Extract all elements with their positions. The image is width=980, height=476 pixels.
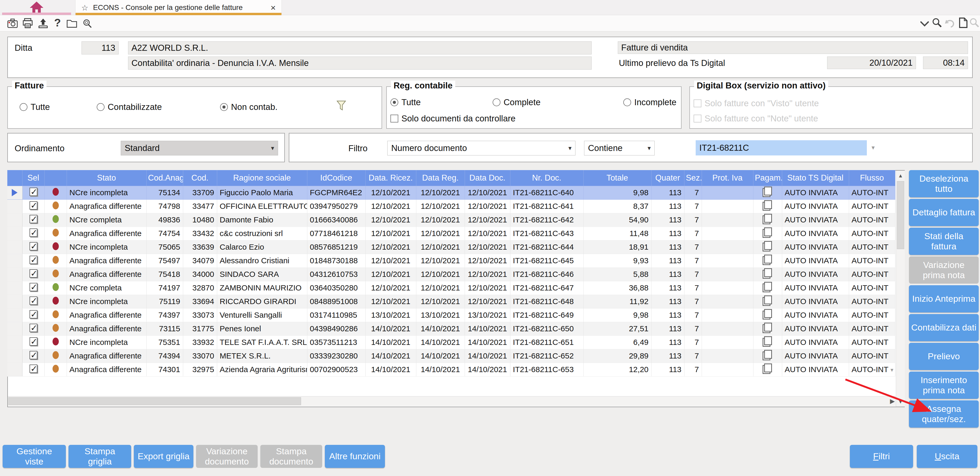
cell-sel[interactable] — [22, 254, 45, 267]
table-row[interactable]: NCre incompleta7511933694RICCARDO GIRARD… — [7, 295, 895, 308]
side-button-stati-della-fattura[interactable]: Stati della fattura — [909, 228, 979, 255]
table-row[interactable]: NCre incompleta7506533639Calarco Ezio085… — [7, 240, 895, 254]
row-checkbox[interactable] — [30, 364, 37, 373]
radio-icon[interactable] — [493, 98, 500, 106]
radio-fatture-contabilizzate[interactable]: Contabilizzate — [97, 102, 162, 112]
chevron-down-icon[interactable]: ▾ — [648, 144, 651, 152]
table-row[interactable]: Anagrafica differente7541834000SINDACO S… — [7, 267, 895, 281]
cell-sel[interactable] — [22, 335, 45, 349]
table-row[interactable]: NCre completa7419732870ZAMBONIN MAURIZIO… — [7, 281, 895, 295]
side-button-dettaglio-fattura[interactable]: Dettaglio fattura — [909, 199, 979, 226]
horizontal-scrollbar[interactable]: ▶ — [8, 396, 896, 406]
bottom-button-altre-funzioni[interactable]: Altre funzioni — [325, 445, 385, 468]
radio-fatture-tutte[interactable]: Tutte — [20, 102, 50, 112]
table-row[interactable]: Anagrafica differente7439733073Venturell… — [7, 308, 895, 322]
column-header-ragione_sociale[interactable]: Ragione sociale — [217, 170, 307, 186]
filtro-field-select[interactable]: Numero documento ▾ — [387, 141, 576, 155]
side-button-contabilizza-dati[interactable]: Contabilizza dati — [909, 314, 979, 341]
camera-icon[interactable] — [7, 18, 18, 29]
print-icon[interactable] — [22, 18, 33, 29]
row-checkbox[interactable] — [30, 351, 37, 359]
cell-sel[interactable] — [22, 267, 45, 281]
column-header-id_codice[interactable]: IdCodice — [307, 170, 365, 186]
side-button-deseleziona-tutto[interactable]: Deseleziona tutto — [909, 170, 979, 197]
row-checkbox[interactable] — [30, 256, 37, 264]
cell-sel[interactable] — [22, 200, 45, 213]
chevron-down-icon[interactable]: ▾ — [568, 144, 571, 152]
vertical-scroll-thumb[interactable] — [897, 181, 904, 249]
side-button-inserimento-prima-nota[interactable]: Inserimento prima nota — [909, 372, 979, 399]
cell-sel[interactable] — [22, 322, 45, 335]
preview-search-icon[interactable] — [82, 18, 92, 29]
row-checkbox[interactable] — [30, 188, 37, 196]
row-checkbox[interactable] — [30, 201, 37, 209]
radio-icon[interactable] — [390, 98, 398, 106]
column-header-cod_ana[interactable]: Cod.Anag — [146, 170, 183, 186]
table-row[interactable]: NCre incompleta7535133932TELE SAT F.I.A.… — [7, 335, 895, 349]
bottom-button-gestione-viste[interactable]: Gestione viste — [3, 445, 66, 468]
favorite-star-icon[interactable]: ☆ — [81, 3, 88, 12]
tab-econs[interactable]: ☆ ECONS - Console per la gestione delle … — [75, 0, 282, 15]
column-header-totale[interactable]: Totale — [583, 170, 651, 186]
bottom-button-stampa-griglia[interactable]: Stampa griglia — [68, 445, 131, 468]
filter-funnel-icon[interactable] — [337, 101, 346, 111]
radio-fatture-non-contab[interactable]: Non contab. — [220, 102, 278, 112]
cell-sel[interactable] — [22, 308, 45, 322]
cell-sel[interactable] — [22, 295, 45, 308]
cell-sel[interactable] — [22, 227, 45, 240]
row-checkbox[interactable] — [30, 242, 37, 251]
horizontal-scroll-thumb[interactable] — [8, 397, 301, 405]
filtro-value-input[interactable]: IT21-68211C — [696, 140, 867, 155]
row-checkbox[interactable] — [30, 337, 37, 346]
ditta-code-field[interactable]: 113 — [81, 42, 119, 54]
column-header-cod[interactable]: Cod. — [183, 170, 217, 186]
folder-icon[interactable] — [67, 18, 77, 29]
table-row[interactable]: Anagrafica differente7430132975Azienda A… — [7, 363, 895, 376]
table-row[interactable]: NCre incompleta7513433709Figuccio Paolo … — [7, 186, 895, 200]
radio-reg-incomplete[interactable]: Incomplete — [623, 97, 676, 107]
column-header-data_reg[interactable]: Data Reg. — [416, 170, 465, 186]
row-checkbox[interactable] — [30, 269, 37, 278]
chevron-down-icon[interactable]: ▾ — [271, 144, 274, 152]
column-header-sez[interactable]: Sez. — [684, 170, 702, 186]
cell-sel[interactable] — [22, 349, 45, 363]
filtro-value-dropdown-icon[interactable]: ▾ — [872, 144, 875, 151]
scroll-right-icon[interactable]: ▶ — [890, 398, 895, 405]
tab-close-icon[interactable]: × — [270, 3, 276, 12]
radio-icon[interactable] — [623, 98, 631, 106]
radio-icon[interactable] — [97, 103, 105, 111]
column-header-indicator[interactable] — [7, 170, 22, 186]
table-row[interactable]: Anagrafica differente7475433432c&c costr… — [7, 227, 895, 240]
row-checkbox[interactable] — [30, 324, 37, 332]
cell-dropdown-icon[interactable]: ▾ — [890, 367, 893, 374]
column-header-pagam[interactable]: Pagam. — [753, 170, 782, 186]
column-header-data_ricez[interactable]: Data. Ricez. — [365, 170, 416, 186]
table-row[interactable]: Anagrafica differente7439433070METEX S.R… — [7, 349, 895, 363]
column-header-stato_ts[interactable]: Stato TS Digital — [782, 170, 849, 186]
filtro-operator-select[interactable]: Contiene ▾ — [584, 141, 655, 155]
column-header-quater[interactable]: Quater — [651, 170, 684, 186]
upload-icon[interactable] — [38, 18, 48, 29]
side-button-assegna-quater-sez[interactable]: Assegna quater/sez. — [909, 400, 979, 428]
column-header-sel[interactable]: Sel — [22, 170, 45, 186]
column-header-nr_doc[interactable]: Nr. Doc. — [510, 170, 583, 186]
radio-icon[interactable] — [20, 103, 27, 111]
filtri-button[interactable]: Filtri — [850, 445, 913, 468]
row-checkbox[interactable] — [30, 310, 37, 318]
cell-sel[interactable] — [22, 240, 45, 254]
help-icon[interactable]: ? — [52, 18, 63, 28]
table-row[interactable]: Anagrafica differente7311531775Penes Ion… — [7, 322, 895, 335]
scroll-down-icon[interactable]: ▼ — [896, 397, 905, 406]
row-checkbox[interactable] — [30, 297, 37, 305]
radio-reg-complete[interactable]: Complete — [493, 97, 541, 107]
side-button-inizio-anteprima[interactable]: Inizio Anteprima — [909, 285, 979, 313]
row-checkbox[interactable] — [30, 228, 37, 237]
cell-sel[interactable] — [22, 363, 45, 376]
vertical-scrollbar[interactable]: ▲ ▼ — [896, 171, 905, 407]
checkbox-solo-documenti[interactable]: Solo documenti da controllare — [390, 113, 515, 123]
cell-sel[interactable] — [22, 281, 45, 295]
new-document-icon[interactable] — [958, 18, 969, 28]
chevron-down-icon[interactable] — [920, 19, 930, 29]
radio-icon[interactable] — [220, 103, 228, 111]
side-button-prelievo[interactable]: Prelievo — [909, 343, 979, 370]
